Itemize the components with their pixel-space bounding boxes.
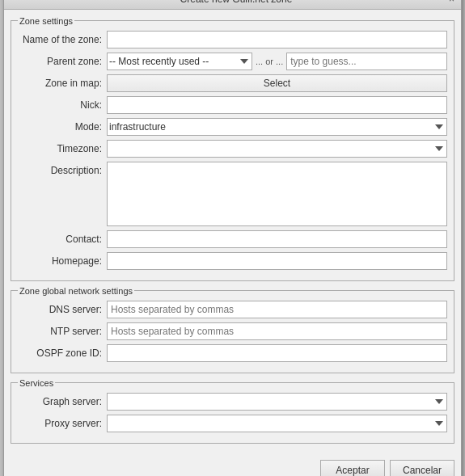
bottom-buttons: Aceptar Cancelar [4, 455, 461, 477]
window-title: Create new Guifi.net zone [23, 0, 449, 5]
graph-row: Graph server: [18, 393, 447, 411]
dns-row: DNS server: [18, 301, 447, 318]
accept-button[interactable]: Aceptar [320, 460, 385, 477]
ntp-input[interactable] [107, 322, 447, 340]
guess-input[interactable] [286, 53, 447, 70]
timezone-select[interactable] [107, 140, 447, 158]
name-label: Name of the zone: [18, 34, 107, 45]
timezone-row: Timezone: [18, 140, 447, 158]
content-area: Zone settings Name of the zone: Parent z… [4, 10, 461, 455]
name-row: Name of the zone: [18, 31, 447, 48]
parent-zone-label: Parent zone: [18, 56, 107, 67]
contact-label: Contact: [18, 234, 107, 245]
zone-settings-fieldset: Zone settings Name of the zone: Parent z… [11, 16, 454, 281]
mode-row: Mode: infrastructure mesh other [18, 118, 447, 136]
timezone-label: Timezone: [18, 143, 107, 154]
homepage-label: Homepage: [18, 255, 107, 267]
description-label: Description: [18, 162, 107, 176]
network-settings-fieldset: Zone global network settings DNS server:… [11, 286, 454, 373]
main-window: Create new Guifi.net zone × Zone setting… [3, 0, 462, 476]
homepage-row: Homepage: [18, 252, 447, 270]
zone-settings-legend: Zone settings [18, 16, 74, 26]
services-legend: Services [18, 378, 55, 388]
titlebar: Create new Guifi.net zone × [4, 0, 461, 10]
name-input[interactable] [107, 31, 447, 48]
nick-row: Nick: [18, 96, 447, 114]
ntp-row: NTP server: [18, 322, 447, 340]
services-fieldset: Services Graph server: Proxy server: [11, 378, 454, 444]
graph-label: Graph server: [18, 396, 107, 407]
or-label: ... or ... [256, 57, 283, 66]
nick-label: Nick: [18, 99, 107, 111]
parent-zone-select[interactable]: -- Most recently used -- [107, 53, 252, 70]
description-row: Description: [18, 162, 447, 226]
proxy-row: Proxy server: [18, 415, 447, 432]
dns-input[interactable] [107, 301, 447, 318]
proxy-select[interactable] [107, 415, 447, 432]
ospf-label: OSPF zone ID: [18, 348, 107, 359]
nick-input[interactable] [107, 96, 447, 114]
proxy-label: Proxy server: [18, 418, 107, 429]
mode-select[interactable]: infrastructure mesh other [107, 118, 447, 136]
close-button[interactable]: × [449, 0, 454, 5]
parent-zone-row: Parent zone: -- Most recently used -- ..… [18, 53, 447, 70]
graph-select[interactable] [107, 393, 447, 411]
zone-in-map-button[interactable]: Select [107, 74, 447, 92]
zone-in-map-label: Zone in map: [18, 78, 107, 89]
contact-row: Contact: [18, 230, 447, 248]
ospf-row: OSPF zone ID: [18, 344, 447, 362]
homepage-input[interactable] [107, 252, 447, 270]
ospf-input[interactable] [107, 344, 447, 362]
cancel-button[interactable]: Cancelar [390, 460, 454, 477]
zone-in-map-row: Zone in map: Select [18, 74, 447, 92]
ntp-label: NTP server: [18, 326, 107, 337]
description-textarea[interactable] [107, 162, 447, 226]
mode-label: Mode: [18, 121, 107, 133]
contact-input[interactable] [107, 230, 447, 248]
network-settings-legend: Zone global network settings [18, 286, 134, 296]
dns-label: DNS server: [18, 304, 107, 315]
